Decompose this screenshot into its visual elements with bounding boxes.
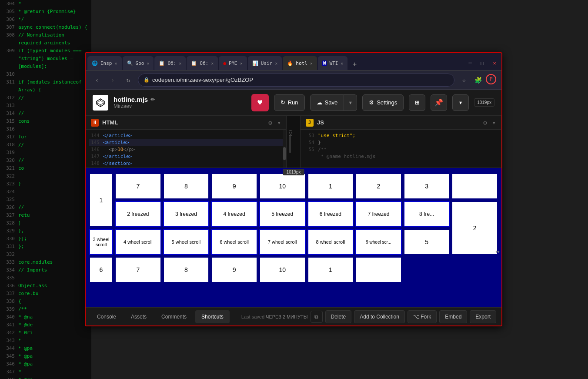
- pin-button[interactable]: 📌: [431, 94, 447, 111]
- width-badge: 1019px: [474, 98, 494, 107]
- tab-pmc-close[interactable]: ✕: [240, 61, 243, 66]
- tab-insp[interactable]: 🌐 Insp ✕: [87, 56, 122, 70]
- profile-button[interactable]: P: [486, 74, 496, 84]
- js-editor-body[interactable]: 53 "use strict"; 54 } 55 /** * @name hot…: [301, 130, 501, 168]
- grid-cell-10b: 10: [259, 257, 306, 283]
- width-tooltip: 1019px: [283, 169, 304, 175]
- tab-goo-close[interactable]: ✕: [147, 61, 149, 66]
- tab-wti[interactable]: W WTI ✕: [318, 56, 348, 70]
- tab-wti-close[interactable]: ✕: [341, 61, 343, 66]
- fork-label: ⌥ Fork: [413, 314, 431, 320]
- html-editor-scrollbar[interactable]: [283, 130, 286, 168]
- code-editor-line: 319: [0, 149, 91, 157]
- maximize-button[interactable]: □: [477, 58, 488, 68]
- grid-cell-tall-1: 1: [89, 173, 113, 227]
- code-editor-line: 308 // Normalisation required argiments: [0, 31, 91, 47]
- back-button[interactable]: ‹: [91, 74, 103, 86]
- editor-separator[interactable]: CS: [287, 116, 294, 168]
- run-icon: ↻: [281, 99, 285, 106]
- tab-comments[interactable]: Comments: [155, 310, 193, 323]
- html-editor-body[interactable]: 144 </article> 145 <article> 146 <p>10</…: [86, 130, 286, 168]
- pen-author: Mirzaev: [114, 103, 155, 109]
- save-dropdown-button[interactable]: ▾: [344, 94, 357, 111]
- external-link-button[interactable]: ⧉: [311, 311, 323, 323]
- js-editor-expand-icon[interactable]: ▾: [492, 119, 496, 126]
- tab-hotl-close[interactable]: ✕: [310, 61, 313, 66]
- html-editor-header: H HTML ⚙ ▾: [86, 116, 286, 130]
- grid-cell-4-scroll: 4 wheel scroll: [115, 229, 161, 255]
- js-code-line: * @name hotline.mjs: [304, 153, 498, 160]
- save-label: Save: [325, 99, 338, 106]
- tab-goo[interactable]: 🔍 Goo ✕: [123, 56, 154, 70]
- pen-title-group: hotline.mjs ✏ Mirzaev: [114, 96, 155, 109]
- preview-area: 1019px ↔ 1 7 8 9 10 1 2 3 2 freezed 3 fr…: [86, 168, 501, 326]
- code-editor-line: 324: [0, 188, 91, 196]
- tab-assets[interactable]: Assets: [125, 310, 153, 323]
- tab-ob2[interactable]: 📋 Об: ✕: [187, 56, 218, 70]
- code-editor-line: 338 {: [0, 298, 91, 305]
- grid-cell-1b: 1: [307, 257, 354, 283]
- tab-usir[interactable]: 📊 Usir ✕: [248, 56, 282, 70]
- close-window-button[interactable]: ✕: [489, 58, 500, 68]
- forward-button[interactable]: ›: [107, 74, 119, 86]
- grid-cell-7b: 7: [115, 257, 161, 283]
- tab-insp-favicon: 🌐: [92, 60, 98, 66]
- more-button[interactable]: ▾: [452, 94, 469, 111]
- add-collection-label: Add to Collection: [360, 314, 399, 320]
- grid-cell-3-scroll: 3 wheel scroll: [89, 229, 113, 255]
- js-lang-label: JS: [317, 119, 324, 126]
- tab-ob1[interactable]: 📋 Об: ✕: [154, 56, 186, 70]
- tab-ob1-close[interactable]: ✕: [179, 61, 181, 66]
- reload-button[interactable]: ↻: [122, 74, 134, 86]
- tab-insp-close[interactable]: ✕: [115, 61, 117, 66]
- edit-pen-name-icon[interactable]: ✏: [150, 97, 155, 103]
- embed-button[interactable]: Embed: [439, 310, 467, 323]
- heart-button[interactable]: ♥: [251, 94, 269, 111]
- extension-button[interactable]: 🧩: [472, 74, 484, 86]
- bookmark-button[interactable]: ☆: [458, 74, 470, 86]
- view-button[interactable]: ⊞: [409, 94, 425, 111]
- tab-console[interactable]: Console: [91, 310, 122, 323]
- settings-button[interactable]: ⚙ Settings: [362, 94, 404, 111]
- delete-button[interactable]: Delete: [325, 310, 352, 323]
- code-editor-line: 344 * @pa: [0, 345, 91, 352]
- code-editor-line: 340 * @na: [0, 313, 91, 321]
- fork-button[interactable]: ⌥ Fork: [408, 310, 437, 323]
- code-editor-line: 326 //: [0, 204, 91, 211]
- tab-ob2-close[interactable]: ✕: [211, 61, 214, 66]
- tab-pmc[interactable]: ● PMC ✕: [219, 56, 247, 70]
- save-button[interactable]: ☁ Save: [310, 94, 344, 111]
- svg-marker-1: [98, 101, 103, 105]
- grid-cell-8: 8: [163, 173, 210, 199]
- tab-hotl[interactable]: 🔥 hotl ✕: [283, 56, 317, 70]
- tab-usir-close[interactable]: ✕: [275, 61, 277, 66]
- run-button[interactable]: ↻ Run: [274, 94, 305, 111]
- code-editor-line: 309 if (typeof modules === "string") mod…: [0, 47, 91, 70]
- tab-shortcuts[interactable]: Shortcuts: [195, 310, 230, 323]
- tab-pmc-label: PMC: [229, 60, 237, 66]
- tab-ob1-favicon: 📋: [159, 60, 165, 66]
- code-editor-line: 348 * @re: [0, 376, 91, 379]
- address-bar: ‹ › ↻ 🔒 codepen.io/mirzaev-sexy/pen/gOzB…: [86, 70, 501, 90]
- comments-tab-label: Comments: [161, 314, 187, 320]
- tab-hotl-label: hotl: [296, 60, 307, 66]
- grid-cell-partial2: [355, 257, 402, 283]
- html-editor-settings-icon[interactable]: ⚙: [268, 119, 272, 126]
- html-code-line: 146 <p>10</p>: [89, 146, 283, 153]
- code-editor-line: 345 * @pa: [0, 352, 91, 360]
- tab-ob2-label: Об:: [200, 60, 208, 66]
- tab-wti-favicon: W: [322, 60, 327, 66]
- url-bar[interactable]: 🔒 codepen.io/mirzaev-sexy/pen/gOzBZOP: [138, 74, 454, 87]
- js-editor-settings-icon[interactable]: ⚙: [483, 119, 487, 126]
- grid-cell-3a: 3: [404, 173, 450, 199]
- new-tab-button[interactable]: +: [348, 58, 361, 70]
- more-icon: ▾: [458, 98, 463, 107]
- add-collection-button[interactable]: Add to Collection: [354, 310, 405, 323]
- html-lang-badge: H: [91, 119, 99, 127]
- minimize-button[interactable]: ─: [465, 58, 475, 68]
- tab-insp-label: Insp: [100, 60, 112, 66]
- html-editor-expand-icon[interactable]: ▾: [277, 119, 281, 126]
- export-button[interactable]: Export: [470, 310, 496, 323]
- grid-cell-2a: 2: [355, 173, 402, 199]
- resize-arrow-icon[interactable]: ↔: [495, 247, 500, 255]
